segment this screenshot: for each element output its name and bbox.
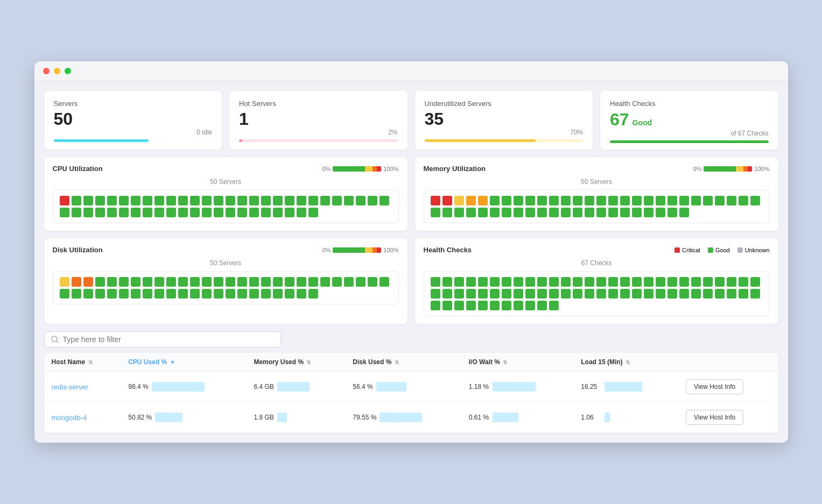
- server-square[interactable]: [620, 208, 630, 217]
- server-square[interactable]: [478, 208, 488, 217]
- server-square[interactable]: [131, 277, 140, 287]
- view-host-button[interactable]: View Host Info: [686, 379, 743, 394]
- server-square[interactable]: [368, 196, 377, 205]
- server-square[interactable]: [454, 289, 464, 299]
- server-square[interactable]: [297, 289, 306, 299]
- server-square[interactable]: [632, 289, 642, 299]
- server-square[interactable]: [380, 277, 389, 287]
- server-square[interactable]: [561, 208, 571, 217]
- server-square[interactable]: [454, 301, 464, 310]
- server-square[interactable]: [727, 196, 736, 205]
- col-host-name-sort[interactable]: ⇅: [88, 359, 93, 365]
- server-square[interactable]: [561, 196, 571, 205]
- server-square[interactable]: [249, 196, 259, 205]
- server-square[interactable]: [285, 289, 294, 299]
- server-square[interactable]: [703, 196, 713, 205]
- server-square[interactable]: [320, 277, 330, 287]
- server-square[interactable]: [95, 289, 105, 299]
- server-square[interactable]: [691, 277, 701, 287]
- server-square[interactable]: [750, 277, 760, 287]
- server-square[interactable]: [656, 289, 665, 299]
- server-square[interactable]: [585, 196, 594, 205]
- server-square[interactable]: [608, 277, 618, 287]
- server-square[interactable]: [60, 208, 69, 217]
- view-host-button[interactable]: View Host Info: [686, 410, 743, 425]
- server-square[interactable]: [668, 277, 677, 287]
- server-square[interactable]: [95, 208, 105, 217]
- server-square[interactable]: [442, 277, 452, 287]
- server-square[interactable]: [178, 208, 188, 217]
- server-square[interactable]: [261, 208, 271, 217]
- server-square[interactable]: [332, 196, 342, 205]
- server-square[interactable]: [656, 208, 665, 217]
- server-square[interactable]: [596, 277, 606, 287]
- server-square[interactable]: [190, 277, 200, 287]
- server-square[interactable]: [166, 196, 176, 205]
- server-square[interactable]: [466, 301, 476, 310]
- server-square[interactable]: [83, 289, 93, 299]
- server-square[interactable]: [166, 208, 176, 217]
- server-square[interactable]: [119, 289, 129, 299]
- col-memory-used[interactable]: Memory Used % ⇅: [246, 353, 345, 372]
- server-square[interactable]: [525, 196, 535, 205]
- server-square[interactable]: [166, 277, 176, 287]
- server-square[interactable]: [119, 277, 129, 287]
- server-square[interactable]: [596, 289, 606, 299]
- server-square[interactable]: [632, 196, 642, 205]
- server-square[interactable]: [668, 196, 677, 205]
- server-square[interactable]: [119, 196, 129, 205]
- server-square[interactable]: [537, 289, 547, 299]
- server-square[interactable]: [679, 289, 689, 299]
- server-square[interactable]: [261, 277, 271, 287]
- server-square[interactable]: [368, 277, 377, 287]
- server-square[interactable]: [727, 289, 736, 299]
- server-square[interactable]: [585, 277, 594, 287]
- server-square[interactable]: [514, 277, 523, 287]
- server-square[interactable]: [454, 277, 464, 287]
- server-square[interactable]: [620, 289, 630, 299]
- server-square[interactable]: [466, 277, 476, 287]
- col-disk-used[interactable]: Disk Used % ⇅: [345, 353, 461, 372]
- server-square[interactable]: [83, 196, 93, 205]
- server-square[interactable]: [514, 208, 523, 217]
- server-square[interactable]: [249, 208, 259, 217]
- server-square[interactable]: [490, 301, 500, 310]
- server-square[interactable]: [431, 208, 440, 217]
- col-io-wait[interactable]: I/O Wait % ⇅: [461, 353, 574, 372]
- server-square[interactable]: [226, 289, 235, 299]
- server-square[interactable]: [237, 289, 247, 299]
- col-cpu-sort[interactable]: ▼: [170, 359, 175, 365]
- server-square[interactable]: [83, 208, 93, 217]
- server-square[interactable]: [273, 196, 283, 205]
- server-square[interactable]: [431, 277, 440, 287]
- server-square[interactable]: [668, 208, 677, 217]
- server-square[interactable]: [154, 289, 164, 299]
- server-square[interactable]: [478, 196, 488, 205]
- server-square[interactable]: [226, 208, 235, 217]
- server-square[interactable]: [442, 301, 452, 310]
- server-square[interactable]: [466, 289, 476, 299]
- col-load15[interactable]: Load 15 (Min) ⇅: [573, 353, 678, 372]
- server-square[interactable]: [454, 208, 464, 217]
- server-square[interactable]: [514, 301, 523, 310]
- server-square[interactable]: [178, 289, 188, 299]
- server-square[interactable]: [143, 277, 152, 287]
- col-load15-sort[interactable]: ⇅: [626, 359, 630, 365]
- server-square[interactable]: [190, 208, 200, 217]
- server-square[interactable]: [107, 289, 117, 299]
- server-square[interactable]: [143, 208, 152, 217]
- server-square[interactable]: [454, 196, 464, 205]
- server-square[interactable]: [679, 277, 689, 287]
- server-square[interactable]: [214, 208, 223, 217]
- server-square[interactable]: [60, 277, 69, 287]
- server-square[interactable]: [60, 289, 69, 299]
- server-square[interactable]: [703, 277, 713, 287]
- filter-input[interactable]: [63, 335, 274, 344]
- server-square[interactable]: [573, 277, 582, 287]
- col-host-name[interactable]: Host Name ⇅: [44, 353, 121, 372]
- server-square[interactable]: [466, 196, 476, 205]
- server-square[interactable]: [131, 208, 140, 217]
- server-square[interactable]: [72, 208, 81, 217]
- server-square[interactable]: [273, 208, 283, 217]
- server-square[interactable]: [261, 289, 271, 299]
